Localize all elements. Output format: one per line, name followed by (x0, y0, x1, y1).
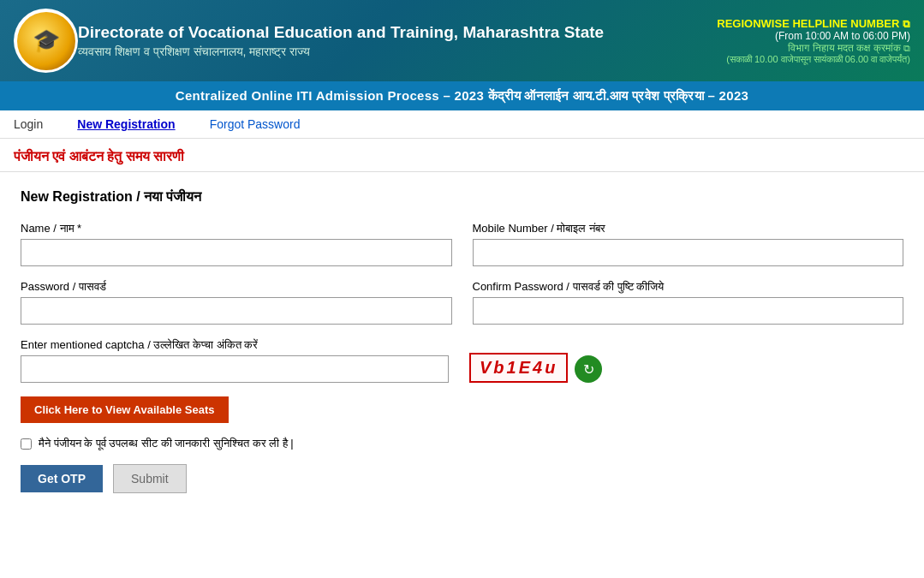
page-header: Directorate of Vocational Education and … (0, 0, 924, 81)
nav-bar: Login New Registration Forgot Password (0, 110, 924, 139)
nav-newreg-link[interactable]: New Registration (77, 117, 175, 131)
registration-form: New Registration / नया पंजीयन Name / नाम… (0, 172, 924, 510)
helpline-title: REGIONWISE HELPLINE NUMBER ⧉ (717, 17, 910, 30)
form-heading: New Registration / नया पंजीयन (21, 189, 903, 205)
captcha-input-group: Enter mentioned captcha / उल्लेखित केप्च… (21, 338, 449, 383)
captcha-label: Enter mentioned captcha / उल्लेखित केप्च… (21, 338, 449, 352)
captcha-display: Vb1E4u ↻ (469, 338, 602, 383)
view-seats-button[interactable]: Click Here to View Available Seats (21, 396, 229, 423)
banner-text: Centralized Online ITI Admission Process… (176, 88, 748, 103)
row-captcha: Enter mentioned captcha / उल्लेखित केप्च… (21, 338, 903, 383)
confirm-password-input[interactable] (473, 297, 904, 325)
mobile-input[interactable] (473, 239, 904, 266)
org-title-en: Directorate of Vocational Education and … (78, 22, 717, 44)
captcha-refresh-button[interactable]: ↻ (575, 355, 602, 383)
name-input[interactable] (21, 239, 452, 266)
password-label: Password / पासवर्ड (21, 280, 452, 294)
captcha-image: Vb1E4u (469, 353, 568, 383)
helpline-section: REGIONWISE HELPLINE NUMBER ⧉ (From 10:00… (717, 17, 910, 65)
name-group: Name / नाम * (21, 222, 452, 266)
nav-forgot-link[interactable]: Forgot Password (210, 117, 301, 131)
confirm-label: मैने पंजीयन के पूर्व उपलब्ध सीट की जानका… (39, 437, 294, 450)
helpline-mr2: (सकाळी 10.00 वाजेपासून सायंकाळी 06.00 वा… (717, 54, 910, 65)
copy-icon-2: ⧉ (903, 43, 910, 53)
banner-bar: Centralized Online ITI Admission Process… (0, 81, 924, 110)
confirm-password-label: Confirm Password / पासवर्ड की पुष्टि कीज… (473, 280, 904, 294)
name-label: Name / नाम * (21, 222, 452, 235)
row-password: Password / पासवर्ड Confirm Password / पा… (21, 280, 903, 325)
confirm-checkbox[interactable] (21, 438, 32, 450)
row-name-mobile: Name / नाम * Mobile Number / मोबाइल नंबर (21, 222, 903, 266)
confirm-password-group: Confirm Password / पासवर्ड की पुष्टि कीज… (473, 280, 904, 325)
copy-icon: ⧉ (903, 18, 910, 30)
action-row: Get OTP Submit (21, 464, 903, 493)
mobile-group: Mobile Number / मोबाइल नंबर (473, 222, 904, 266)
captcha-input[interactable] (21, 355, 449, 383)
org-title-mr: व्यवसाय शिक्षण व प्रशिक्षण संचालनालय, मह… (78, 45, 717, 59)
submit-button[interactable]: Submit (113, 464, 187, 493)
helpline-hours: (From 10:00 AM to 06:00 PM) (717, 30, 910, 42)
checkbox-row: मैने पंजीयन के पूर्व उपलब्ध सीट की जानका… (21, 437, 903, 450)
view-seats-row: Click Here to View Available Seats (21, 396, 903, 437)
get-otp-button[interactable]: Get OTP (21, 465, 103, 492)
header-text: Directorate of Vocational Education and … (78, 22, 717, 60)
password-input[interactable] (21, 297, 452, 325)
logo (14, 9, 78, 73)
section-title: पंजीयन एवं आबंटन हेतु समय सारणी (0, 139, 924, 172)
nav-login-link[interactable]: Login (14, 117, 43, 131)
helpline-mr: विभाग निहाय मदत कक्ष क्रमांक ⧉ (717, 42, 910, 54)
mobile-label: Mobile Number / मोबाइल नंबर (473, 222, 904, 235)
password-group: Password / पासवर्ड (21, 280, 452, 325)
